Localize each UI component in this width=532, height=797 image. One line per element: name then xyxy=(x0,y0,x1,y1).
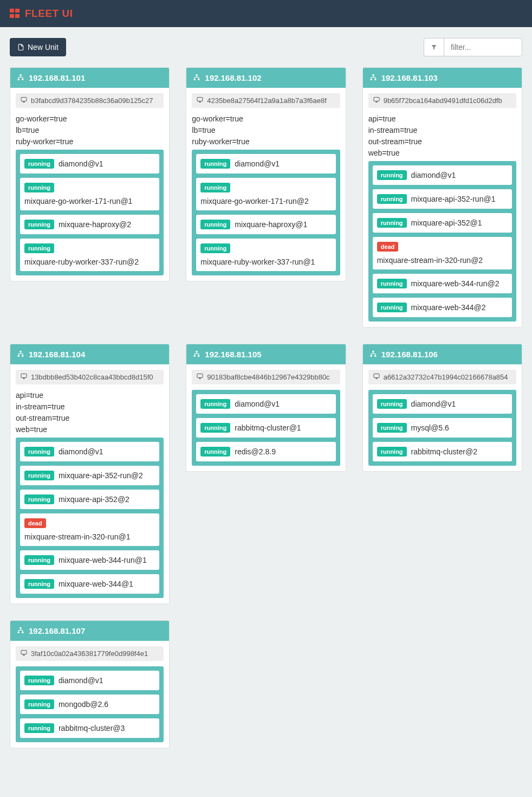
sitemap-icon xyxy=(17,73,24,82)
unit-item[interactable]: runningdiamond@v1 xyxy=(196,394,335,414)
unit-item[interactable]: runningmixquare-web-344@2 xyxy=(373,298,512,317)
unit-name: mixquare-stream-in-320-run@1 xyxy=(24,532,131,541)
unit-item[interactable]: runningmixquare-api-352@1 xyxy=(373,213,512,233)
unit-name: redis@2.8.9 xyxy=(235,447,276,456)
new-unit-label: New Unit xyxy=(28,43,59,52)
unit-name: diamond@v1 xyxy=(411,400,456,408)
unit-item[interactable]: runningmixquare-api-352-run@2 xyxy=(20,466,159,485)
sitemap-icon xyxy=(17,626,24,635)
machine-header[interactable]: 192.168.81.106 xyxy=(363,344,522,364)
machine-hash: 4235be8a27564f12a9a1a8b7a3f6ae8f xyxy=(192,93,340,108)
machine-header[interactable]: 192.168.81.104 xyxy=(10,344,169,364)
units-list: runningdiamond@v1runningmixquare-api-352… xyxy=(16,438,164,598)
unit-item[interactable]: runningdiamond@v1 xyxy=(20,442,159,461)
machine-body: b3fabcd9d3784235b88c36a09b125c27go-worke… xyxy=(10,88,169,281)
machine-panel: 192.168.81.1073faf10c0a02a436381779fe0d9… xyxy=(10,620,170,748)
unit-item[interactable]: runningmixquare-haproxy@2 xyxy=(20,215,159,234)
file-icon xyxy=(17,43,24,51)
unit-name: rabbitmq-cluster@1 xyxy=(235,423,301,432)
svg-rect-19 xyxy=(18,355,20,357)
unit-item[interactable]: runningmixquare-ruby-worker-337-run@1 xyxy=(196,239,335,271)
brand[interactable]: FLEET UI xyxy=(10,8,73,20)
unit-item[interactable]: runningdiamond@v1 xyxy=(196,154,335,173)
status-badge: running xyxy=(24,220,54,229)
status-badge: running xyxy=(200,159,230,169)
unit-item[interactable]: runningdiamond@v1 xyxy=(373,394,512,414)
machine-header[interactable]: 192.168.81.107 xyxy=(10,621,169,641)
machine-ip: 192.168.81.105 xyxy=(205,350,261,359)
machine-hash: 90183baf8cbe4846b12967e4329bb80c xyxy=(192,370,340,384)
machine-metadata-line: in-stream=true xyxy=(16,401,164,413)
machine-hash-text: 9b65f72bca164abd9491dfd1c06d2dfb xyxy=(384,97,502,105)
monitor-icon xyxy=(373,373,380,381)
machine-body: 9b65f72bca164abd9491dfd1c06d2dfbapi=true… xyxy=(363,88,522,327)
unit-item[interactable]: runningmysql@5.6 xyxy=(373,418,512,438)
machine-header[interactable]: 192.168.81.101 xyxy=(10,68,169,88)
unit-item[interactable]: runningmixquare-web-344-run@2 xyxy=(373,274,512,293)
unit-item[interactable]: runningmixquare-go-worker-171-run@1 xyxy=(20,178,159,210)
machine-header[interactable]: 192.168.81.102 xyxy=(186,68,345,88)
svg-rect-13 xyxy=(370,79,372,80)
unit-name: mongodb@2.6 xyxy=(59,700,108,709)
svg-rect-32 xyxy=(374,355,376,357)
machine-hash-text: 4235be8a27564f12a9a1a8b7a3f6ae8f xyxy=(207,97,327,105)
unit-item[interactable]: deadmixquare-stream-in-320-run@2 xyxy=(373,237,512,269)
svg-rect-14 xyxy=(374,79,376,80)
unit-name: mixquare-go-worker-171-run@2 xyxy=(200,197,308,205)
unit-item[interactable]: deadmixquare-stream-in-320-run@1 xyxy=(20,513,159,546)
unit-item[interactable]: runningrabbitmq-cluster@3 xyxy=(20,718,159,738)
unit-item[interactable]: runningdiamond@v1 xyxy=(20,671,159,690)
svg-rect-24 xyxy=(196,351,198,352)
machine-metadata-line: go-worker=true xyxy=(16,113,164,125)
unit-item[interactable]: runningmixquare-api-352-run@1 xyxy=(373,189,512,209)
filter-icon xyxy=(431,44,437,50)
unit-name: diamond@v1 xyxy=(235,159,280,168)
sitemap-icon xyxy=(369,350,377,359)
unit-item[interactable]: runningrabbitmq-cluster@1 xyxy=(196,418,335,438)
unit-name: mixquare-web-344-run@2 xyxy=(411,279,499,288)
unit-item[interactable]: runningmongodb@2.6 xyxy=(20,695,159,714)
unit-item[interactable]: runningmixquare-ruby-worker-337-run@2 xyxy=(20,239,159,271)
machine-body: 90183baf8cbe4846b12967e4329bb80crunningd… xyxy=(186,364,345,471)
status-badge: running xyxy=(24,471,54,480)
toolbar: New Unit xyxy=(0,27,532,67)
machine-ip: 192.168.81.101 xyxy=(29,73,85,82)
machine-header[interactable]: 192.168.81.103 xyxy=(363,68,522,88)
status-badge: running xyxy=(377,279,407,288)
machine-body: 13bdbb8ed53b402c8caa43bbcd8d15f0api=true… xyxy=(10,364,169,603)
status-badge: running xyxy=(24,676,54,685)
status-badge: running xyxy=(24,243,54,253)
svg-rect-39 xyxy=(21,651,27,654)
status-badge: running xyxy=(24,183,54,192)
machine-ip: 192.168.81.102 xyxy=(205,73,261,82)
unit-item[interactable]: runningmixquare-haproxy@1 xyxy=(196,215,335,234)
unit-item[interactable]: runningdiamond@v1 xyxy=(373,165,512,185)
unit-item[interactable]: runningdiamond@v1 xyxy=(20,154,159,173)
status-badge: running xyxy=(200,399,230,409)
unit-item[interactable]: runningredis@2.8.9 xyxy=(196,442,335,461)
svg-rect-9 xyxy=(197,98,203,101)
filter-input[interactable] xyxy=(444,38,522,56)
unit-item[interactable]: runningmixquare-web-344@1 xyxy=(20,574,159,594)
status-badge: running xyxy=(24,447,54,457)
machines-grid: 192.168.81.101b3fabcd9d3784235b88c36a09b… xyxy=(0,67,532,764)
unit-item[interactable]: runningmixquare-go-worker-171-run@2 xyxy=(196,178,335,210)
machine-metadata-line: in-stream=true xyxy=(368,125,516,136)
unit-item[interactable]: runningmixquare-api-352@2 xyxy=(20,490,159,509)
unit-item[interactable]: runningrabbitmq-cluster@2 xyxy=(373,442,512,461)
unit-name: mixquare-api-352@1 xyxy=(411,218,482,227)
machine-hash: a6612a32732c47b1994c02166678a854 xyxy=(368,370,516,384)
machine-panel: 192.168.81.101b3fabcd9d3784235b88c36a09b… xyxy=(10,67,170,281)
new-unit-button[interactable]: New Unit xyxy=(10,38,66,56)
svg-rect-3 xyxy=(21,98,27,101)
machine-metadata: api=truein-stream=trueout-stream=trueweb… xyxy=(368,113,516,159)
machine-hash: 9b65f72bca164abd9491dfd1c06d2dfb xyxy=(368,93,516,108)
machine-panel: 192.168.81.106a6612a32732c47b1994c021666… xyxy=(362,344,522,472)
svg-rect-7 xyxy=(194,79,196,80)
grid-icon xyxy=(10,9,21,18)
status-badge: running xyxy=(24,699,54,709)
machine-header[interactable]: 192.168.81.105 xyxy=(186,344,345,364)
unit-item[interactable]: runningmixquare-web-344-run@1 xyxy=(20,550,159,570)
units-list: runningdiamond@v1runningmongodb@2.6runni… xyxy=(16,666,164,742)
units-list: runningdiamond@v1runningmixquare-api-352… xyxy=(368,161,516,322)
